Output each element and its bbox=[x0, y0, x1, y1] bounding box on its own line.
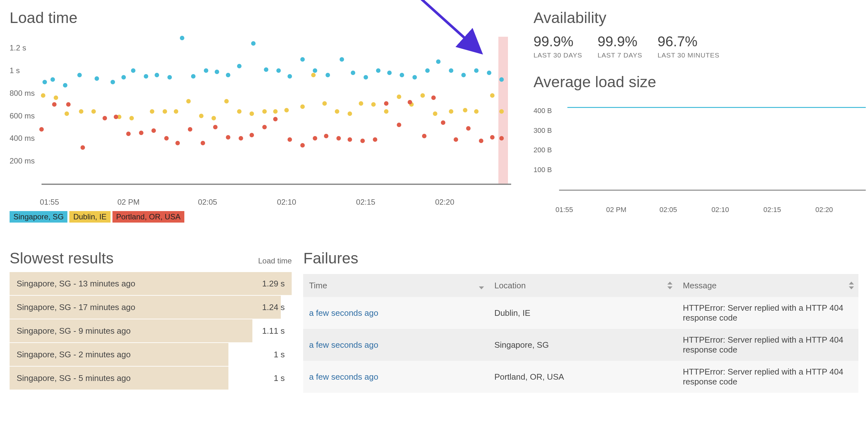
data-point[interactable] bbox=[102, 116, 107, 121]
data-point[interactable] bbox=[499, 109, 504, 114]
data-point[interactable] bbox=[180, 36, 184, 40]
data-point[interactable] bbox=[300, 57, 305, 62]
data-point[interactable] bbox=[384, 109, 389, 114]
data-point[interactable] bbox=[139, 131, 144, 135]
data-point[interactable] bbox=[449, 68, 453, 73]
data-point[interactable] bbox=[313, 68, 317, 73]
load-size-series[interactable] bbox=[567, 107, 866, 108]
data-point[interactable] bbox=[351, 71, 355, 75]
data-point[interactable] bbox=[487, 71, 491, 75]
data-point[interactable] bbox=[249, 133, 254, 137]
data-point[interactable] bbox=[79, 109, 83, 114]
data-point[interactable] bbox=[188, 127, 192, 132]
data-point[interactable] bbox=[264, 67, 268, 72]
failures-row[interactable]: a few seconds agoSingapore, SGHTTPError:… bbox=[303, 329, 859, 361]
data-point[interactable] bbox=[41, 93, 45, 98]
data-point[interactable] bbox=[167, 75, 172, 79]
data-point[interactable] bbox=[273, 109, 278, 114]
failures-row[interactable]: a few seconds agoPortland, OR, USAHTTPEr… bbox=[303, 361, 859, 393]
data-point[interactable] bbox=[461, 73, 466, 77]
legend-item[interactable]: Dublin, IE bbox=[69, 211, 110, 223]
data-point[interactable] bbox=[474, 109, 478, 114]
data-point[interactable] bbox=[348, 137, 352, 142]
slowest-row[interactable]: Singapore, SG - 13 minutes ago1.29 s bbox=[9, 272, 292, 295]
data-point[interactable] bbox=[287, 137, 292, 142]
data-point[interactable] bbox=[287, 74, 292, 78]
data-point[interactable] bbox=[262, 109, 267, 114]
slowest-row[interactable]: Singapore, SG - 5 minutes ago1 s bbox=[9, 367, 292, 390]
data-point[interactable] bbox=[131, 68, 135, 73]
failure-time-link[interactable]: a few seconds ago bbox=[309, 340, 378, 350]
data-point[interactable] bbox=[237, 64, 242, 68]
data-point[interactable] bbox=[474, 68, 478, 73]
data-point[interactable] bbox=[150, 109, 154, 114]
failure-time-link[interactable]: a few seconds ago bbox=[309, 372, 378, 382]
data-point[interactable] bbox=[384, 101, 389, 106]
data-point[interactable] bbox=[397, 123, 401, 127]
data-point[interactable] bbox=[454, 137, 458, 142]
data-point[interactable] bbox=[81, 145, 85, 150]
data-point[interactable] bbox=[191, 74, 195, 78]
slowest-row[interactable]: Singapore, SG - 17 minutes ago1.24 s bbox=[9, 296, 292, 319]
data-point[interactable] bbox=[322, 101, 327, 106]
data-point[interactable] bbox=[213, 125, 218, 129]
data-point[interactable] bbox=[463, 108, 467, 112]
data-point[interactable] bbox=[52, 102, 57, 107]
data-point[interactable] bbox=[204, 68, 208, 73]
slowest-row[interactable]: Singapore, SG - 2 minutes ago1 s bbox=[9, 343, 292, 366]
data-point[interactable] bbox=[340, 57, 344, 62]
data-point[interactable] bbox=[212, 116, 216, 121]
data-point[interactable] bbox=[226, 135, 230, 139]
data-point[interactable] bbox=[371, 102, 376, 107]
data-point[interactable] bbox=[65, 111, 69, 116]
data-point[interactable] bbox=[163, 109, 167, 114]
data-point[interactable] bbox=[425, 68, 430, 73]
data-point[interactable] bbox=[449, 109, 453, 114]
data-point[interactable] bbox=[186, 99, 191, 103]
slowest-row[interactable]: Singapore, SG - 9 minutes ago1.11 s bbox=[9, 319, 292, 342]
data-point[interactable] bbox=[273, 117, 278, 121]
data-point[interactable] bbox=[176, 141, 180, 145]
data-point[interactable] bbox=[387, 71, 392, 75]
data-point[interactable] bbox=[77, 73, 82, 77]
data-point[interactable] bbox=[262, 125, 267, 129]
data-point[interactable] bbox=[114, 114, 118, 119]
data-point[interactable] bbox=[466, 126, 471, 131]
data-point[interactable] bbox=[313, 136, 317, 140]
data-point[interactable] bbox=[300, 104, 305, 109]
data-point[interactable] bbox=[335, 109, 339, 114]
data-point[interactable] bbox=[376, 68, 380, 73]
data-point[interactable] bbox=[421, 93, 425, 98]
data-point[interactable] bbox=[433, 111, 437, 116]
data-point[interactable] bbox=[63, 83, 67, 88]
data-point[interactable] bbox=[111, 80, 115, 84]
data-point[interactable] bbox=[226, 73, 230, 77]
data-point[interactable] bbox=[422, 134, 427, 138]
data-point[interactable] bbox=[91, 109, 96, 114]
data-point[interactable] bbox=[400, 73, 404, 77]
data-point[interactable] bbox=[284, 108, 289, 112]
data-point[interactable] bbox=[300, 143, 305, 147]
data-point[interactable] bbox=[364, 75, 368, 79]
data-point[interactable] bbox=[326, 73, 330, 77]
data-point[interactable] bbox=[215, 70, 219, 74]
legend-item[interactable]: Portland, OR, USA bbox=[113, 211, 184, 223]
data-point[interactable] bbox=[499, 77, 504, 82]
data-point[interactable] bbox=[324, 134, 329, 138]
load-size-chart[interactable]: 400 B300 B200 B100 B01:5502 PM02:0502:10… bbox=[533, 99, 866, 201]
data-point[interactable] bbox=[408, 100, 412, 104]
data-point[interactable] bbox=[276, 68, 281, 73]
data-point[interactable] bbox=[174, 109, 178, 114]
data-point[interactable] bbox=[336, 136, 341, 140]
data-point[interactable] bbox=[66, 102, 71, 107]
failures-header-message[interactable]: Message bbox=[677, 274, 859, 297]
data-point[interactable] bbox=[224, 99, 229, 103]
data-point[interactable] bbox=[490, 93, 495, 98]
data-point[interactable] bbox=[239, 136, 243, 140]
data-point[interactable] bbox=[39, 127, 44, 132]
data-point[interactable] bbox=[42, 80, 47, 84]
data-point[interactable] bbox=[412, 75, 417, 79]
data-point[interactable] bbox=[51, 77, 55, 82]
data-point[interactable] bbox=[121, 75, 126, 79]
data-point[interactable] bbox=[441, 121, 445, 125]
